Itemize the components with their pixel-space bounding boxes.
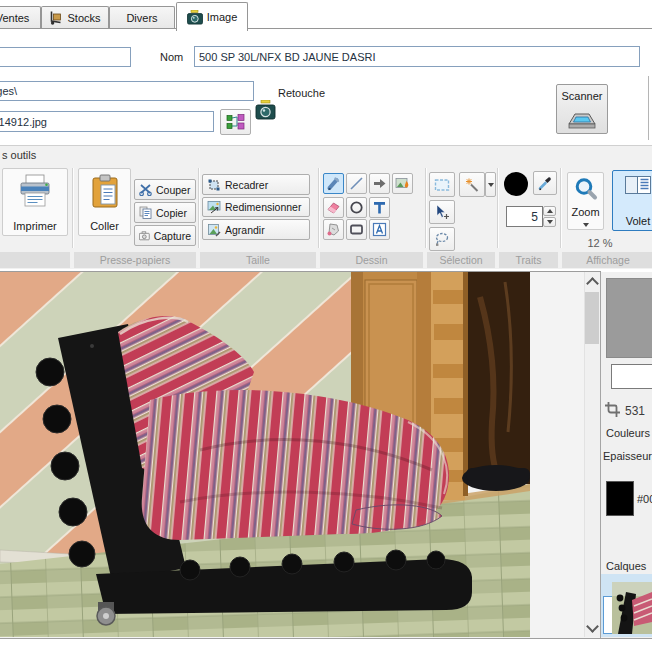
eyedropper-button[interactable] — [533, 171, 557, 195]
copy-button[interactable]: Copier — [134, 202, 196, 223]
spinner-up-icon — [547, 209, 553, 213]
dimension-width-input[interactable]: 1 — [611, 364, 652, 389]
form-divider — [648, 76, 649, 140]
eraser-icon — [326, 200, 341, 215]
retouche-camera-icon[interactable] — [255, 100, 276, 123]
image-effect-tool[interactable] — [392, 173, 413, 194]
paste-button-label: Coller — [90, 220, 119, 232]
image-file-value: 2_114912.jpg — [0, 116, 47, 128]
arrow-tool[interactable] — [369, 173, 390, 194]
scrollbar-thumb[interactable] — [585, 292, 599, 344]
copy-button-label: Copier — [156, 207, 187, 219]
tabstrip-baseline — [0, 28, 652, 29]
paste-button[interactable]: Coller — [78, 168, 131, 236]
stamp-tool[interactable] — [323, 219, 344, 240]
tab-image-label: Image — [207, 11, 238, 23]
tab-stocks-label: Stocks — [67, 12, 100, 24]
move-selection-tool[interactable] — [429, 200, 455, 224]
browse-structure-button[interactable] — [220, 109, 251, 135]
line-tool[interactable] — [346, 173, 367, 194]
group-separator — [425, 168, 427, 248]
select-rectangle-icon — [434, 178, 450, 192]
zoom-button-label: Zoom — [571, 206, 599, 218]
pane-button-label: Volet — [626, 215, 650, 227]
stroke-color-swatch[interactable] — [504, 172, 528, 196]
image-path-field[interactable]: mages\ — [0, 81, 254, 101]
scanner-icon — [568, 111, 596, 130]
dimensions-crop-icon — [604, 401, 621, 418]
nom-field[interactable]: 500 SP 30L/NFX BD JAUNE DASRI — [194, 46, 640, 67]
zoom-percent-value: 12 % — [578, 237, 622, 249]
group-separator — [318, 168, 320, 248]
group-separator — [560, 168, 562, 248]
chevron-up-icon — [586, 277, 599, 290]
retouche-label: Retouche — [278, 87, 325, 99]
group-caption-strokes: Traits — [499, 252, 558, 268]
cut-button[interactable]: Couper — [134, 179, 196, 200]
tab-divers-label: Divers — [126, 12, 157, 24]
line-icon — [349, 176, 364, 191]
lasso-icon — [434, 231, 450, 247]
tab-ventes[interactable]: Ventes — [0, 6, 41, 29]
eyedropper-icon — [537, 175, 553, 191]
pen-tool[interactable] — [323, 173, 344, 194]
crop-button[interactable]: Recadrer — [202, 174, 310, 195]
stroke-size-spinner — [543, 206, 556, 227]
enlarge-image-icon — [207, 223, 221, 237]
magic-wand-tool[interactable] — [459, 172, 485, 197]
tab-stocks[interactable]: Stocks — [41, 6, 109, 29]
tab-divers[interactable]: Divers — [109, 6, 175, 29]
scrollbar-down-button[interactable] — [584, 620, 600, 636]
preview-box — [606, 278, 652, 358]
pane-toggle-button[interactable]: Volet — [612, 170, 652, 231]
color-swatch-black[interactable] — [606, 481, 634, 516]
dolly-icon — [49, 11, 63, 25]
textbox-icon — [372, 222, 387, 237]
tab-image[interactable]: Image — [176, 2, 248, 31]
capture-button[interactable]: Capture — [134, 225, 196, 246]
text-tool[interactable] — [369, 197, 390, 218]
ellipse-icon — [349, 200, 364, 215]
textbox-tool[interactable] — [369, 219, 390, 240]
print-button-label: Imprimer — [13, 220, 56, 232]
lasso-tool[interactable] — [429, 227, 455, 251]
rectangle-tool[interactable] — [346, 219, 367, 240]
zoom-button[interactable]: Zoom — [567, 172, 604, 230]
scanner-button[interactable]: Scanner — [556, 84, 608, 134]
spinner-down-button[interactable] — [543, 217, 556, 227]
group-caption-selection: Sélection — [427, 252, 495, 268]
image-path-value: mages\ — [0, 85, 17, 97]
spinner-up-button[interactable] — [543, 206, 556, 216]
group-separator — [72, 168, 74, 248]
eraser-tool[interactable] — [323, 197, 344, 218]
arrow-icon — [372, 176, 387, 191]
hex-color-value: #000000 — [637, 493, 652, 505]
code-field[interactable] — [0, 47, 131, 67]
camera-icon — [187, 10, 203, 25]
tab-ventes-label: Ventes — [0, 12, 29, 24]
crop-button-label: Recadrer — [225, 179, 268, 191]
layers-section-label: Calques — [606, 560, 646, 572]
scrollbar-up-button[interactable] — [584, 274, 600, 290]
printer-icon — [17, 174, 53, 210]
enlarge-button[interactable]: Agrandir — [202, 219, 310, 240]
ellipse-tool[interactable] — [346, 197, 367, 218]
stroke-size-input[interactable]: 5 — [506, 206, 543, 227]
print-button[interactable]: Imprimer — [2, 168, 68, 236]
stroke-size-value: 5 — [531, 210, 538, 224]
layer-thumbnail[interactable] — [612, 582, 652, 634]
image-file-field[interactable]: 2_114912.jpg — [0, 111, 214, 132]
move-cursor-icon — [434, 204, 450, 220]
group-caption-clipboard: Presse-papiers — [74, 252, 196, 268]
group-caption-draw: Dessin — [320, 252, 423, 268]
resize-button[interactable]: Redimensionner — [202, 197, 310, 217]
bottom-strip — [0, 638, 652, 652]
magic-wand-dropdown[interactable] — [485, 172, 496, 197]
rect-select-tool[interactable] — [429, 172, 455, 197]
rectangle-icon — [349, 222, 364, 237]
stamp-icon — [326, 222, 341, 237]
zoom-dropdown-icon — [583, 223, 589, 227]
group-separator — [198, 168, 200, 248]
toolbar-box-label: s outils — [2, 149, 36, 161]
photo-futon-sofa[interactable] — [0, 272, 530, 637]
